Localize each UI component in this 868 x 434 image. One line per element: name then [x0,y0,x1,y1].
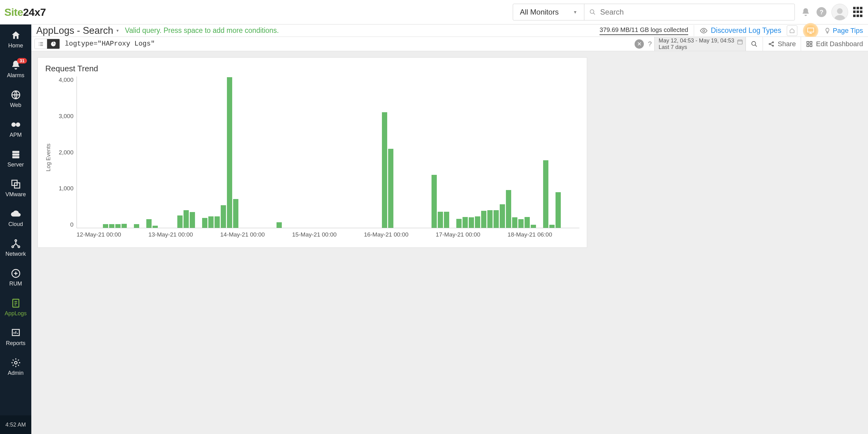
close-icon: ✕ [637,41,642,48]
sidebar-item-applogs[interactable]: AppLogs [0,292,31,322]
chart-bar[interactable] [487,210,493,228]
chart-bar[interactable] [153,226,158,228]
sidebar-item-admin[interactable]: Admin [0,352,31,382]
page-tips[interactable]: Page Tips [824,27,863,35]
calendar-icon [737,39,743,46]
query-bar: logtype="HAProxy Logs" ✕ ? May 12, 04:53… [31,37,868,51]
sidebar-item-web[interactable]: Web [0,84,31,114]
chart-bar[interactable] [277,222,282,228]
sidebar-item-home[interactable]: Home [0,25,31,54]
chart-bar[interactable] [146,219,152,228]
sidebar-item-label: Reports [6,340,25,347]
chart-bar[interactable] [432,175,437,228]
search-icon [589,9,596,16]
monitor-select[interactable]: All Monitors ▼ [513,4,584,20]
chart-bar[interactable] [122,224,127,228]
view-toggle [34,39,60,49]
sidebar-item-apm[interactable]: APM [0,114,31,144]
chart-bar[interactable] [177,215,183,228]
chart-bar[interactable] [233,199,238,228]
notifications-icon[interactable] [800,6,812,18]
chart-bar[interactable] [208,216,214,228]
chart-bar[interactable] [481,211,486,228]
sidebar-item-label: VMware [5,191,26,198]
chart-bar[interactable] [438,212,443,228]
sidebar-item-label: Alarms [7,72,24,79]
chart-bar[interactable] [525,217,530,228]
alarms-badge: 31 [17,58,27,64]
logo[interactable]: Site24x7 [4,6,46,18]
query-help-button[interactable]: ? [645,37,654,51]
chart-bar[interactable] [543,160,548,228]
chart-bar[interactable] [184,210,189,228]
grid-icon [806,41,813,48]
sidebar-item-label: Network [5,251,26,257]
svg-line-22 [755,44,757,46]
svg-rect-7 [12,153,19,156]
sidebar-item-network[interactable]: Network [0,233,31,262]
chart-bar[interactable] [109,224,114,228]
clear-query-button[interactable]: ✕ [634,39,644,49]
help-icon[interactable]: ? [816,7,827,17]
sidebar-item-rum[interactable]: RUM [0,262,31,292]
eye-icon [700,27,708,35]
chart-bar[interactable] [531,225,536,228]
chart-bar[interactable] [115,224,121,228]
sidebar-item-label: Server [7,161,24,168]
search-icon [751,41,757,48]
top-header: Site24x7 All Monitors ▼ ? [0,0,868,25]
sidebar-item-vmware[interactable]: VMware [0,173,31,203]
chart-bar[interactable] [388,149,393,228]
sidebar-item-label: AppLogs [5,310,27,317]
logo-dark: 24x7 [23,6,46,18]
list-view-button[interactable] [35,39,47,49]
home-button[interactable] [787,25,797,36]
edit-dashboard-button[interactable]: Edit Dashboard [801,37,868,51]
chart-bar[interactable] [444,212,449,228]
query-input[interactable]: logtype="HAProxy Logs" [61,37,633,51]
chart-bar[interactable] [506,190,511,228]
chart-bar[interactable] [512,217,517,228]
chart-bar[interactable] [500,204,505,228]
chart-bar[interactable] [456,219,462,228]
date-range-picker[interactable]: May 12, 04:53 - May 19, 04:53 Last 7 day… [654,37,746,51]
avatar[interactable] [831,4,848,21]
presentation-button[interactable] [803,23,818,38]
discovered-log-types[interactable]: Discovered Log Types [700,26,781,35]
svg-point-0 [590,10,594,13]
chart-bar[interactable] [549,225,555,228]
share-button[interactable]: Share [763,37,801,51]
apps-grid-icon[interactable] [853,7,864,18]
chart-bar[interactable] [215,216,220,228]
chart-view-button[interactable] [47,39,60,49]
chart-bar[interactable] [134,224,139,228]
sidebar-item-cloud[interactable]: Cloud [0,203,31,233]
chart-bar[interactable] [494,210,499,228]
sidebar-item-reports[interactable]: Reports [0,322,31,352]
svg-rect-26 [807,41,809,43]
chart-bar[interactable] [469,217,474,228]
svg-point-23 [769,43,770,44]
chart-bar[interactable] [103,224,108,228]
svg-point-18 [703,29,705,32]
chart-bar[interactable] [190,212,195,228]
chart-bar[interactable] [382,112,387,228]
chart-bar[interactable] [463,217,468,228]
chart-bar[interactable] [202,218,207,228]
chart-bar[interactable] [556,192,561,228]
chart-bar[interactable] [221,205,226,228]
content: Request Trend Log Events 4,0003,0002,000… [31,51,868,434]
chart-bar[interactable] [475,216,480,228]
svg-point-24 [772,41,773,43]
monitor-select-label: All Monitors [520,8,559,17]
page-title[interactable]: AppLogs - Search ▼ [36,25,119,36]
global-search-input[interactable] [600,8,789,17]
svg-point-17 [14,361,17,364]
svg-rect-20 [738,40,742,44]
sidebar-item-server[interactable]: Server [0,144,31,173]
sidebar-item-alarms[interactable]: 31 Alarms [0,54,31,84]
chart-bar[interactable] [227,77,232,228]
run-search-button[interactable] [746,37,763,51]
svg-rect-8 [12,156,19,158]
chart-bar[interactable] [518,219,524,228]
